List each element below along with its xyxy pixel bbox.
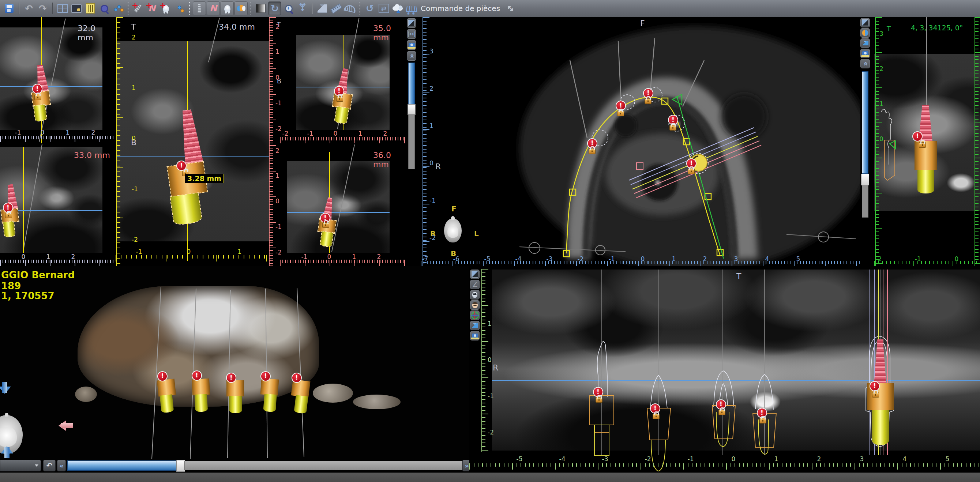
lock-icon[interactable] [670, 125, 676, 130]
lock-icon[interactable] [617, 111, 624, 116]
lock-icon[interactable] [595, 397, 603, 402]
add-point-button[interactable] [173, 2, 186, 15]
implant-abutment[interactable] [226, 380, 244, 396]
order-parts-label[interactable]: Commande de pièces [421, 4, 500, 13]
history-back-button[interactable]: ↶ [43, 460, 56, 471]
slice-slider[interactable] [408, 62, 415, 209]
show-prosthetics-toggle[interactable] [234, 2, 248, 15]
lock-icon[interactable] [589, 148, 595, 154]
cross-section-panel-36[interactable]: 36.0 mm [280, 143, 405, 253]
implant-tip[interactable] [170, 193, 202, 226]
lock-icon[interactable] [34, 95, 41, 100]
pan-button[interactable]: ↔​↕ [296, 2, 309, 15]
timeline-scrollbar[interactable]: » [67, 460, 469, 471]
implant-abutment[interactable] [915, 141, 937, 170]
lock-icon[interactable] [872, 392, 879, 398]
dark-lens-button[interactable] [98, 2, 111, 15]
save-button[interactable] [3, 2, 16, 15]
rotate-down-arrow[interactable] [0, 381, 11, 400]
implant-abutment[interactable] [192, 379, 210, 395]
expand-window-button[interactable]: ↔ [504, 2, 517, 15]
view-preset-dropdown[interactable] [0, 460, 41, 471]
axial-view[interactable]: 3210-1-2 R F F R L B [421, 17, 861, 266]
slider-track[interactable] [408, 115, 415, 169]
implant-tip[interactable] [872, 410, 889, 445]
panel-settings-button[interactable] [84, 2, 97, 15]
lock-icon[interactable] [688, 169, 695, 174]
add-implant-button[interactable]: + [131, 2, 145, 15]
implant-tip[interactable] [33, 104, 47, 122]
order-parts-button[interactable] [405, 2, 418, 15]
terrain-view-button[interactable] [861, 38, 870, 48]
nerve-points-button[interactable] [111, 2, 125, 15]
implant-tip[interactable] [918, 170, 934, 194]
step-back-button[interactable]: « [57, 460, 66, 471]
window-level-button[interactable] [254, 2, 267, 15]
sync-views-button[interactable]: ⇄ [377, 2, 390, 15]
ct-image[interactable] [0, 27, 102, 130]
measure-angle-button[interactable] [344, 2, 357, 15]
screen-settings-button[interactable] [70, 2, 83, 15]
show-teeth-toggle[interactable] [221, 2, 234, 15]
crosshair-vertical[interactable] [23, 147, 24, 253]
rotate-up-arrow[interactable] [1, 440, 13, 459]
panoramic-view[interactable]: ∠ T R 10-1-2 [469, 266, 980, 472]
view-3d[interactable]: GGIO Bernard 189 1, 170557 [0, 266, 469, 472]
ct-image[interactable] [287, 161, 390, 253]
layout-grid-button[interactable] [56, 2, 69, 15]
implant-tip[interactable] [229, 396, 242, 413]
slice-slider[interactable] [862, 71, 869, 232]
scrollbar-track[interactable] [185, 461, 462, 470]
lock-icon[interactable] [652, 414, 660, 419]
lock-icon[interactable] [718, 410, 725, 415]
cross-section-panel-34[interactable]: T B 34.0 mm 210-1-2 3.28 mm [116, 17, 269, 266]
collapse-button[interactable]: » [407, 51, 416, 61]
slider-thumb[interactable] [407, 104, 415, 115]
implant-tip[interactable] [3, 221, 15, 238]
slider-track[interactable] [862, 185, 869, 218]
implant-tip[interactable] [195, 394, 208, 412]
undo-button[interactable]: ↶ [22, 2, 35, 15]
implant-tip[interactable] [263, 394, 277, 412]
aligned-cross-section-view[interactable]: T 4, 3, 34125, 0° 3210 [874, 17, 980, 266]
zoom-in-button[interactable]: + [282, 2, 295, 15]
density-profile-button[interactable] [316, 2, 329, 15]
slider-thumb[interactable] [861, 174, 869, 185]
invert-contrast-button[interactable] [407, 18, 416, 28]
orientation-head-icon[interactable] [444, 218, 461, 242]
rotate-3d-button[interactable]: ↻ [268, 2, 281, 15]
lock-icon[interactable] [322, 222, 329, 228]
lock-icon[interactable] [644, 99, 652, 104]
crosshair-horizontal[interactable] [0, 86, 102, 87]
snapshot-button[interactable] [407, 40, 416, 50]
collapse-button[interactable]: » [861, 59, 870, 68]
lock-icon[interactable] [5, 213, 12, 218]
implant-tip[interactable] [320, 231, 333, 247]
lock-icon[interactable] [919, 142, 926, 148]
slice-width-button[interactable]: |↔| [407, 29, 416, 39]
split-view-button[interactable] [861, 28, 870, 38]
implant-tip[interactable] [334, 107, 349, 124]
implant-tip[interactable] [160, 394, 174, 413]
show-nerves-toggle[interactable]: N [207, 2, 220, 15]
cross-section-panel-32[interactable]: 32.0 mm [0, 17, 113, 143]
cross-section-panel-33[interactable]: 33.0 mm [0, 143, 113, 253]
step-forward-button[interactable]: » [462, 460, 469, 471]
reset-view-button[interactable]: ↺ [363, 2, 376, 15]
cross-section-panel-35[interactable]: 35.0 mm [280, 17, 405, 130]
crosshair-horizontal[interactable] [287, 212, 390, 213]
show-implants-toggle[interactable] [193, 2, 206, 15]
lock-icon[interactable] [336, 96, 343, 102]
add-nerve-button[interactable]: N+ [145, 2, 158, 15]
lock-icon[interactable] [759, 418, 766, 423]
scrollbar-thumb[interactable] [176, 460, 185, 472]
implant-abutment[interactable] [157, 379, 176, 397]
rotate-left-arrow[interactable] [53, 421, 75, 430]
implant-tip[interactable] [294, 395, 309, 414]
redo-button[interactable]: ↷ [36, 2, 49, 15]
snapshot-button[interactable] [861, 49, 870, 58]
invert-contrast-button[interactable] [861, 18, 870, 27]
add-tooth-button[interactable]: + [159, 2, 172, 15]
cloud-upload-button[interactable] [391, 2, 404, 15]
measure-distance-button[interactable] [329, 2, 343, 15]
